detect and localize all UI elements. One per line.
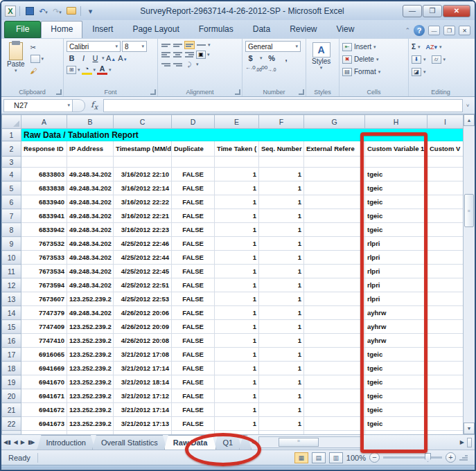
empty-cell[interactable] — [427, 348, 464, 362]
data-cell[interactable]: 4/26/2012 20:09 — [114, 320, 172, 334]
data-cell[interactable]: 1 — [259, 375, 304, 389]
alignment-dialog-launcher[interactable] — [235, 89, 240, 95]
data-cell[interactable]: 1 — [259, 237, 304, 251]
data-cell[interactable]: 7673534 — [21, 265, 67, 278]
data-cell[interactable]: 3/16/2012 22:22 — [114, 195, 172, 209]
row-number[interactable]: 7 — [2, 209, 21, 223]
delete-cells-button[interactable]: ✖Delete▾ — [342, 53, 405, 65]
row-number[interactable]: 18 — [2, 362, 21, 375]
data-cell[interactable]: 4/26/2012 20:06 — [114, 306, 172, 320]
scroll-down-icon[interactable]: ▼ — [464, 423, 475, 434]
data-cell[interactable] — [304, 195, 365, 209]
field-header-cell[interactable]: External Refere — [304, 141, 365, 157]
data-cell[interactable]: 6833940 — [21, 195, 67, 209]
data-cell[interactable] — [304, 375, 365, 389]
row-number[interactable]: 16 — [2, 334, 21, 348]
data-cell[interactable] — [304, 265, 365, 278]
page-layout-view-button[interactable]: ▤ — [312, 452, 326, 463]
data-cell[interactable]: 123.252.239.2 — [67, 348, 114, 362]
data-cell[interactable]: 3/21/2012 17:14 — [114, 403, 172, 417]
field-header-cell[interactable]: Custom V — [427, 141, 464, 157]
borders-button[interactable]: ⊞ — [67, 66, 76, 74]
page-break-view-button[interactable]: ▥ — [329, 452, 343, 463]
cut-button[interactable]: ✂ — [30, 42, 44, 52]
row-number[interactable]: 20 — [2, 389, 21, 403]
name-box[interactable]: N27▾ — [3, 99, 73, 112]
empty-cell[interactable] — [427, 237, 464, 251]
data-cell[interactable]: 1 — [215, 389, 259, 403]
data-cell[interactable]: 1 — [259, 209, 304, 223]
empty-cell[interactable] — [67, 431, 114, 435]
data-cell[interactable]: 1 — [215, 362, 259, 375]
column-header-F[interactable]: F — [259, 115, 304, 129]
horizontal-scroll-thumb[interactable]: ≡ — [279, 438, 319, 447]
data-cell[interactable] — [304, 181, 365, 195]
data-cell[interactable]: 7673594 — [21, 278, 67, 292]
open-button[interactable] — [65, 6, 77, 17]
zoom-in-button[interactable]: + — [446, 452, 456, 463]
data-cell[interactable]: 49.248.34.202 — [67, 195, 114, 209]
data-cell[interactable]: 7747409 — [21, 320, 67, 334]
row-number[interactable]: 21 — [2, 403, 21, 417]
data-cell[interactable] — [304, 237, 365, 251]
data-cell[interactable] — [304, 320, 365, 334]
empty-cell[interactable] — [427, 251, 464, 265]
data-cell[interactable]: 1 — [259, 195, 304, 209]
empty-cell[interactable] — [67, 157, 114, 168]
data-cell[interactable]: 123.252.239.2 — [67, 375, 114, 389]
excel-app-icon[interactable]: X — [5, 6, 16, 17]
data-cell[interactable]: 1 — [215, 237, 259, 251]
data-cell[interactable]: 1 — [215, 417, 259, 431]
data-cell[interactable]: 123.252.239.2 — [67, 292, 114, 306]
data-cell[interactable]: 1 — [259, 417, 304, 431]
empty-cell[interactable] — [114, 431, 172, 435]
column-header-B[interactable]: B — [67, 115, 114, 129]
data-cell[interactable]: FALSE — [172, 389, 215, 403]
next-sheet-icon[interactable]: ▶ — [21, 439, 25, 445]
empty-cell[interactable] — [427, 431, 464, 435]
vertical-scroll-thumb[interactable]: ≡ — [464, 194, 474, 227]
column-header-G[interactable]: G — [304, 115, 365, 129]
normal-view-button[interactable]: ▦ — [294, 452, 308, 463]
row-number[interactable]: 19 — [2, 375, 21, 389]
row-number[interactable]: 15 — [2, 320, 21, 334]
data-cell[interactable] — [304, 403, 365, 417]
empty-cell[interactable] — [427, 181, 464, 195]
data-cell[interactable]: FALSE — [172, 320, 215, 334]
data-cell[interactable]: 3/21/2012 18:14 — [114, 375, 172, 389]
column-header-H[interactable]: H — [365, 115, 427, 129]
data-cell[interactable]: 4/25/2012 22:45 — [114, 265, 172, 278]
data-cell[interactable]: 6941669 — [21, 362, 67, 375]
data-cell[interactable]: FALSE — [172, 375, 215, 389]
data-cell[interactable]: 6833838 — [21, 181, 67, 195]
data-cell[interactable]: 3/16/2012 22:23 — [114, 223, 172, 237]
data-cell[interactable]: 4/25/2012 22:44 — [114, 251, 172, 265]
data-cell[interactable]: 3/16/2012 22:10 — [114, 168, 172, 181]
first-sheet-icon[interactable]: ◀▮ — [3, 439, 11, 445]
data-cell[interactable]: 1 — [215, 403, 259, 417]
data-cell[interactable]: 1 — [259, 223, 304, 237]
align-middle-button[interactable] — [173, 41, 183, 49]
data-cell[interactable]: 1 — [259, 306, 304, 320]
field-header-cell[interactable]: Response ID — [21, 141, 67, 157]
data-cell[interactable]: 1 — [215, 334, 259, 348]
empty-cell[interactable] — [304, 157, 365, 168]
data-cell[interactable]: 1 — [259, 181, 304, 195]
scroll-up-icon[interactable]: ▲ — [464, 114, 475, 126]
row-number[interactable]: 6 — [2, 195, 21, 209]
empty-cell[interactable] — [427, 168, 464, 181]
column-header-C[interactable]: C — [114, 115, 172, 129]
data-cell[interactable]: 4/25/2012 22:51 — [114, 278, 172, 292]
data-cell[interactable]: 1 — [215, 195, 259, 209]
data-cell[interactable]: 3/16/2012 22:14 — [114, 181, 172, 195]
field-header-cell[interactable]: IP Address — [67, 141, 114, 157]
currency-button[interactable]: $ — [245, 54, 256, 62]
data-cell[interactable]: 6833941 — [21, 209, 67, 223]
horizontal-scrollbar[interactable]: ≡ — [258, 436, 362, 448]
expand-formula-bar-icon[interactable]: ˅ — [463, 103, 473, 109]
minimize-ribbon-icon[interactable]: ⌃ — [405, 27, 410, 34]
row-number[interactable]: 4 — [2, 168, 21, 181]
row-number[interactable]: 9 — [2, 237, 21, 251]
workbook-minimize-button[interactable]: — — [428, 26, 440, 35]
data-cell[interactable]: 1 — [259, 292, 304, 306]
